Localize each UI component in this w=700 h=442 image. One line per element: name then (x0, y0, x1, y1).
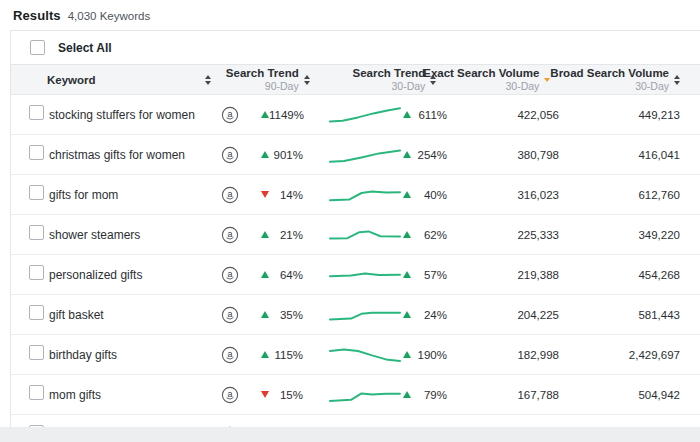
trend-arrow-icon (261, 231, 269, 238)
exact-search-volume-value: 219,388 (451, 269, 563, 281)
svg-text:a: a (227, 189, 232, 199)
search-trend-30-cell: 62% (399, 229, 451, 241)
svg-text:a: a (227, 269, 232, 279)
trend-30-value: 24% (424, 309, 447, 321)
search-trend-90-cell: 115% (253, 349, 319, 361)
row-checkbox[interactable] (29, 425, 44, 427)
search-trend-30-cell: 24% (399, 309, 451, 321)
trend-30-value: 254% (418, 149, 447, 161)
trend-sparkline (319, 382, 399, 408)
trend-30-value: 40% (424, 189, 447, 201)
keyword-cell: gifts for mom (49, 181, 207, 209)
search-trend-90-cell: 64% (253, 269, 319, 281)
trend-arrow-icon (403, 191, 411, 198)
trend-90-value: 15% (280, 389, 303, 401)
amazon-marketplace-icon[interactable]: a (207, 386, 253, 404)
trend-arrow-icon (261, 111, 269, 118)
row-checkbox-cell (11, 345, 49, 364)
row-checkbox[interactable] (29, 385, 44, 400)
results-page: Results 4,030 Keywords Select All Keywor… (0, 0, 700, 427)
row-checkbox-cell (11, 425, 49, 427)
trend-arrow-icon (261, 271, 269, 278)
row-checkbox[interactable] (29, 265, 44, 280)
trend-arrow-icon (403, 271, 411, 278)
keyword-text: personalized gifts (49, 268, 142, 282)
keyword-text: mom gifts (49, 388, 101, 402)
keyword-cell: gift basket (49, 301, 207, 329)
row-checkbox[interactable] (29, 225, 44, 240)
trend-arrow-icon (403, 351, 411, 358)
column-header-broad-search-volume[interactable]: Broad Search Volume 30-Day (550, 67, 680, 92)
trend-30-value: 190% (418, 349, 447, 361)
column-sublabel: 90-Day (265, 80, 299, 92)
trend-arrow-icon (261, 151, 269, 158)
results-count: 4,030 Keywords (68, 10, 150, 22)
svg-text:a: a (227, 149, 232, 159)
broad-search-volume-value: 581,443 (563, 309, 680, 321)
broad-search-volume-value: 504,942 (563, 389, 680, 401)
trend-arrow-icon (261, 351, 269, 358)
row-checkbox[interactable] (29, 185, 44, 200)
column-label: Keyword (47, 74, 96, 86)
row-checkbox-cell (11, 385, 49, 404)
amazon-marketplace-icon[interactable]: a (207, 226, 253, 244)
keyword-cell: best friend birthday (49, 421, 207, 428)
row-checkbox[interactable] (29, 105, 44, 120)
trend-90-value: 901% (274, 149, 303, 161)
column-label: Search Trend (352, 67, 425, 80)
sort-icon[interactable] (674, 75, 680, 85)
search-trend-90-cell: 1149% (253, 109, 319, 121)
trend-arrow-icon (403, 391, 411, 398)
trend-arrow-icon (403, 311, 411, 318)
trend-arrow-icon (403, 111, 411, 118)
broad-search-volume-value: 454,268 (563, 269, 680, 281)
results-header: Results 4,030 Keywords (0, 0, 700, 30)
trend-arrow-icon (403, 151, 411, 158)
row-checkbox[interactable] (29, 305, 44, 320)
search-trend-90-cell: 15% (253, 389, 319, 401)
amazon-marketplace-icon[interactable]: a (207, 106, 253, 124)
search-trend-90-cell: 901% (253, 149, 319, 161)
column-header-search-trend-30[interactable]: Search Trend 30-Day (310, 67, 437, 92)
table-row: personalized gifts a 64% 57% 219,388 454… (11, 255, 700, 295)
amazon-marketplace-icon[interactable]: a (207, 346, 253, 364)
trend-30-value: 62% (424, 229, 447, 241)
amazon-marketplace-icon[interactable]: a (207, 306, 253, 324)
trend-90-value: 35% (280, 309, 303, 321)
trend-sparkline (319, 342, 399, 368)
trend-90-value: 14% (280, 189, 303, 201)
table-row: gifts for mom a 14% 40% 316,023 612,760 (11, 175, 700, 215)
row-checkbox-cell (11, 225, 49, 244)
column-header-search-trend-90[interactable]: Search Trend 90-Day (211, 67, 309, 92)
search-trend-30-cell: 254% (399, 149, 451, 161)
select-all-checkbox[interactable] (30, 40, 45, 55)
amazon-marketplace-icon[interactable]: a (207, 266, 253, 284)
column-header-exact-search-volume[interactable]: Exact Search Volume 30-Day (436, 67, 550, 92)
amazon-marketplace-icon[interactable]: a (207, 426, 253, 428)
trend-30-value: 57% (424, 269, 447, 281)
column-sublabel: 30-Day (391, 80, 425, 92)
keyword-cell: personalized gifts (49, 261, 207, 289)
keyword-cell: christmas gifts for women (49, 141, 207, 169)
exact-search-volume-value: 380,798 (451, 149, 563, 161)
keyword-cell: mom gifts (49, 381, 207, 409)
column-header-keyword[interactable]: Keyword (11, 74, 211, 86)
row-checkbox-cell (11, 105, 49, 124)
amazon-marketplace-icon[interactable]: a (207, 186, 253, 204)
row-checkbox-cell (11, 305, 49, 324)
trend-90-value: 64% (280, 269, 303, 281)
select-all-bar: Select All (11, 31, 700, 65)
search-trend-30-cell: 40% (399, 189, 451, 201)
trend-arrow-icon (261, 311, 269, 318)
trend-sparkline (319, 422, 399, 428)
broad-search-volume-value: 2,429,697 (563, 349, 680, 361)
column-label: Search Trend (226, 67, 299, 80)
select-all-label: Select All (58, 41, 112, 55)
amazon-marketplace-icon[interactable]: a (207, 146, 253, 164)
broad-search-volume-value: 449,213 (563, 109, 680, 121)
broad-search-volume-value: 416,041 (563, 149, 680, 161)
row-checkbox[interactable] (29, 145, 44, 160)
row-checkbox[interactable] (29, 345, 44, 360)
trend-30-value: 611% (418, 109, 447, 121)
trend-sparkline (319, 262, 399, 288)
